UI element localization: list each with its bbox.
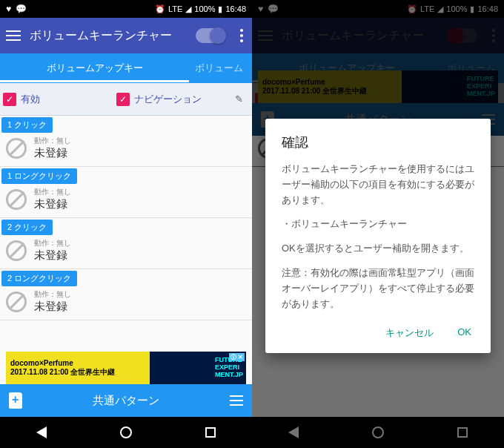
- alarm-icon: ⏰: [155, 4, 165, 14]
- bottom-bar: 共通パターン: [0, 384, 252, 417]
- cancel-button[interactable]: キャンセル: [382, 320, 437, 346]
- status-bar: ♥ 💬 ⏰ LTE ◢ 100% ▮ 16:48: [0, 0, 252, 18]
- block-icon: [6, 189, 27, 210]
- action-main: 未登録: [34, 248, 71, 263]
- checkbox-icon: ✓: [3, 93, 16, 106]
- ad-side3: MENT.JP: [215, 372, 243, 379]
- list-item[interactable]: 動作：無し 未登録: [0, 235, 252, 269]
- time-label: 16:48: [225, 4, 246, 13]
- nav-bar: [0, 417, 252, 448]
- lte-label: LTE: [168, 4, 182, 13]
- bottom-label[interactable]: 共通パターン: [93, 394, 159, 408]
- battery-icon: ▮: [218, 4, 222, 14]
- ad-close-icon[interactable]: ⓘ ✕: [229, 353, 245, 361]
- phone-left: ♥ 💬 ⏰ LTE ◢ 100% ▮ 16:48 ボリュームキーランチャー ボリ…: [0, 0, 252, 448]
- tab-volume-up[interactable]: ボリュームアップキー: [0, 54, 189, 82]
- check-enabled[interactable]: ✓ 有効: [3, 93, 116, 106]
- checkbox-icon: ✓: [116, 93, 130, 106]
- section-2click: 2 クリック: [1, 220, 53, 235]
- dialog-actions: キャンセル OK: [282, 320, 474, 346]
- check-enabled-label: 有効: [21, 93, 40, 106]
- action-list: 1 クリック 動作：無し 未登録 1 ロングクリック 動作：無し 未登録 2 ク…: [0, 116, 252, 320]
- tab-volume-down[interactable]: ボリューム: [189, 54, 252, 82]
- confirm-dialog: 確認 ボリュームキーランチャーを使用するにはユーザー補助の以下の項目を有効にする…: [265, 119, 491, 353]
- options-row: ✓ 有効 ✓ ナビゲーション ✎: [0, 83, 252, 116]
- action-sub: 動作：無し: [34, 187, 71, 197]
- dialog-text-1: ボリュームキーランチャーを使用するにはユーザー補助の以下の項目を有効にする必要が…: [282, 162, 474, 208]
- signal-icon: ◢: [185, 4, 191, 14]
- app-title: ボリュームキーランチャー: [30, 28, 187, 44]
- section-1click: 1 クリック: [1, 117, 53, 133]
- dialog-text-3: OKを選択するとユーザー補助を開きます。: [282, 241, 474, 257]
- action-main: 未登録: [34, 300, 71, 314]
- battery-label: 100%: [194, 4, 215, 13]
- ad-banner[interactable]: docomo×Perfume 2017.11.08 21:00 全世界生中継 F…: [6, 352, 246, 384]
- home-icon[interactable]: [120, 426, 132, 438]
- block-icon: [6, 138, 27, 159]
- action-main: 未登録: [34, 146, 71, 160]
- bottom-menu-icon[interactable]: [230, 395, 243, 406]
- action-sub: 動作：無し: [34, 136, 71, 146]
- toolbar: ボリュームキーランチャー: [0, 18, 252, 53]
- phone-right: ♥ 💬 ⏰ LTE ◢ 100% ▮ 16:48 ボリュームキーランチャー ボリ…: [252, 0, 504, 448]
- back-icon[interactable]: [36, 426, 47, 438]
- list-item[interactable]: 動作：無し 未登録: [0, 184, 252, 218]
- action-sub: 動作：無し: [34, 238, 71, 248]
- chat-icon: 💬: [16, 4, 27, 14]
- block-icon: [6, 291, 27, 312]
- edit-icon[interactable]: ✎: [229, 93, 249, 105]
- master-switch[interactable]: [196, 28, 225, 43]
- dialog-body: ボリュームキーランチャーを使用するにはユーザー補助の以下の項目を有効にする必要が…: [282, 162, 474, 312]
- heart-icon: ♥: [6, 4, 11, 14]
- overflow-icon[interactable]: [234, 29, 246, 42]
- section-2long: 2 ロングクリック: [1, 271, 77, 286]
- ok-button[interactable]: OK: [454, 320, 474, 346]
- dialog-text-2: ・ボリュームキーランチャー: [282, 217, 474, 232]
- menu-icon[interactable]: [6, 30, 21, 41]
- ad-line2: 2017.11.08 21:00 全世界生中継: [10, 368, 115, 377]
- dialog-title: 確認: [282, 134, 474, 151]
- list-item[interactable]: 動作：無し 未登録: [0, 286, 252, 320]
- section-1long: 1 ロングクリック: [1, 168, 77, 184]
- recent-icon[interactable]: [205, 427, 216, 438]
- ad-line1: docomo×Perfume: [10, 359, 115, 368]
- dialog-text-4: 注意：有効化の際は画面常駐型アプリ（画面オーバーレイアプリ）をすべて停止する必要…: [282, 266, 474, 312]
- list-item[interactable]: 動作：無し 未登録: [0, 133, 252, 167]
- check-navigation[interactable]: ✓ ナビゲーション: [116, 93, 230, 106]
- add-icon[interactable]: [9, 392, 22, 409]
- block-icon: [6, 240, 27, 261]
- check-navigation-label: ナビゲーション: [134, 93, 202, 106]
- action-main: 未登録: [34, 197, 71, 211]
- action-sub: 動作：無し: [34, 289, 71, 300]
- tabs: ボリュームアップキー ボリューム: [0, 53, 252, 83]
